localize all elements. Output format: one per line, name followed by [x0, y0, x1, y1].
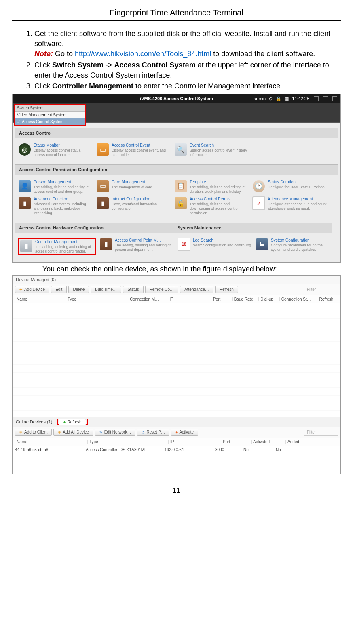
- online-empty-space: [13, 454, 340, 474]
- tile-advanced[interactable]: ▮Advanced FunctionAdvanced Parameters, i…: [18, 197, 93, 215]
- delete-button[interactable]: Delete: [68, 286, 89, 293]
- bulk-time-button[interactable]: Bulk Time…: [91, 286, 121, 293]
- download-link[interactable]: http://www.hikvision.com/en/Tools_84.htm…: [75, 50, 211, 58]
- s2d: Access Control System: [114, 61, 196, 69]
- col-cstat[interactable]: Connection St…: [279, 297, 317, 301]
- s2a: Click: [34, 61, 52, 69]
- monitor-icon: ◎: [19, 143, 31, 156]
- tile-title: Person Management: [34, 180, 93, 184]
- tile-system-config[interactable]: 🖥System ConfigurationConfigure parameter…: [256, 238, 330, 255]
- reset-button[interactable]: Reset P…: [137, 429, 169, 436]
- online-refresh-button[interactable]: Refresh: [59, 419, 86, 425]
- tile-title: Template: [190, 180, 249, 184]
- col-ip[interactable]: IP: [168, 297, 211, 301]
- note-label: Note:: [34, 50, 53, 58]
- device-table-empty: [13, 303, 340, 417]
- online-columns: Name Type IP Port Activated Added: [13, 438, 340, 446]
- add-to-client-button[interactable]: Add to Client: [15, 429, 52, 436]
- step-1-text: Get the client software from the supplie…: [34, 29, 330, 48]
- tile-title: System Configuration: [271, 238, 330, 242]
- section-system-maintenance: System Maintenance: [173, 223, 332, 233]
- col2-name[interactable]: Name: [15, 440, 87, 444]
- tile-log-search[interactable]: 18Log SearchSearch configuration and con…: [178, 238, 252, 255]
- dropdown-access-control[interactable]: ✓Access Control System: [15, 118, 85, 125]
- col-name[interactable]: Name: [15, 297, 66, 301]
- device-managed-title: Device Managed (0): [13, 276, 340, 284]
- s2c: ->: [104, 61, 114, 69]
- device-toolbar: Add Device Edit Delete Bulk Time… Status…: [13, 284, 340, 295]
- col2-ip[interactable]: IP: [168, 440, 221, 444]
- tile-status-monitor[interactable]: ◎Status MonitorDisplay access control st…: [18, 143, 93, 157]
- add-device-button[interactable]: Add Device: [15, 286, 49, 293]
- tile-desc: Search configuration and control log.: [193, 243, 252, 248]
- grid-icon[interactable]: ▦: [285, 96, 289, 101]
- col-conn[interactable]: Connection M…: [128, 297, 167, 301]
- attendance-button[interactable]: Attendance…: [180, 286, 213, 293]
- online-device-row[interactable]: 44-19-b6-c5-cb-a6 Access Controller_DS-K…: [13, 446, 340, 454]
- add-all-device-button[interactable]: Add All Device: [53, 429, 93, 436]
- dropdown-video-mgmt[interactable]: Video Management System: [15, 112, 85, 118]
- s3b: Controller Management: [52, 82, 133, 90]
- tile-interact[interactable]: ▮Interact ConfigurationCase, event/card …: [96, 197, 171, 215]
- activate-button[interactable]: Activate: [171, 429, 198, 436]
- tile-desc: Configure parameters for normal system a…: [271, 243, 330, 252]
- tile-controller-mgmt[interactable]: ▮Controller ManagementThe adding, deleti…: [18, 238, 96, 255]
- tile-title: Event Search: [190, 143, 249, 147]
- section-permission-config: Access Control Permission Configuration: [15, 164, 338, 175]
- tile-title: Access Control Point M…: [115, 238, 174, 242]
- filter-input[interactable]: Filter: [304, 286, 338, 293]
- globe-icon[interactable]: ⊕: [269, 96, 273, 101]
- tile-desc: Case, event/card interaction configurati…: [112, 202, 171, 211]
- tile-ac-point[interactable]: ▮Access Control Point M…The adding, dele…: [99, 238, 174, 255]
- remote-button[interactable]: Remote Co…: [145, 286, 179, 293]
- switch-system-label[interactable]: Switch System: [15, 105, 85, 112]
- tile-title: Advanced Function: [34, 197, 93, 201]
- online-devices-bar: Online Devices (1) Refresh: [13, 417, 340, 427]
- tile-template[interactable]: 📋TemplateThe adding, deleting and editin…: [174, 180, 249, 194]
- tile-desc: Advanced Parameters, including anti-pass…: [34, 202, 93, 215]
- online-toolbar: Add to Client Add All Device Edit Networ…: [13, 427, 340, 438]
- online-devices-label: Online Devices (1): [16, 419, 52, 424]
- folder-icon: ▭: [97, 143, 109, 156]
- col2-port[interactable]: Port: [221, 440, 251, 444]
- tile-status-duration[interactable]: 🕑Status DurationConfigure the Door State…: [252, 180, 327, 194]
- row-ip: 192.0.0.64: [165, 448, 215, 452]
- tile-desc: The adding, deleting and editing of pers…: [115, 243, 174, 252]
- section-access-control: Access Control: [15, 128, 338, 138]
- edit-button[interactable]: Edit: [51, 286, 67, 293]
- minimize-icon[interactable]: [314, 96, 319, 101]
- tile-ac-permission[interactable]: 🔒Access Control Permis…The adding, delet…: [174, 197, 249, 215]
- step-2: Click Switch System -> Access Control Sy…: [34, 60, 341, 80]
- status-button[interactable]: Status: [123, 286, 143, 293]
- step-1: Get the client software from the supplie…: [34, 29, 341, 59]
- tile-person-mgmt[interactable]: 👤Person ManagementThe adding, deleting a…: [18, 180, 93, 194]
- dd2-label: Access Control System: [22, 120, 63, 124]
- tile-title: Access Control Event: [112, 143, 171, 147]
- col-dial[interactable]: Dial-up: [258, 297, 279, 301]
- col-baud[interactable]: Baud Rate: [232, 297, 259, 301]
- tile-card-mgmt[interactable]: ▭Card ManagementThe management of card.: [96, 180, 171, 194]
- refresh-button[interactable]: Refresh: [215, 286, 238, 293]
- close-icon[interactable]: [332, 96, 337, 101]
- maximize-icon[interactable]: [323, 96, 328, 101]
- online-filter-input[interactable]: Filter: [304, 429, 338, 436]
- col2-type[interactable]: Type: [87, 440, 168, 444]
- col2-added[interactable]: Added: [285, 440, 320, 444]
- edit-network-button[interactable]: Edit Network…: [95, 429, 136, 436]
- switch-system-dropdown[interactable]: Switch System Video Management System ✓A…: [14, 104, 86, 126]
- tile-attendance[interactable]: ✓Attendance ManagementConfigure attendan…: [252, 197, 327, 215]
- screenshot-access-control: iVMS-4200 Access Control System admin ⊕ …: [12, 94, 341, 263]
- row-port: 8000: [215, 448, 243, 452]
- tile-title: Status Duration: [268, 180, 327, 184]
- tile-title: Interact Configuration: [112, 197, 171, 201]
- tile-desc: The management of card.: [112, 185, 171, 189]
- col-type[interactable]: Type: [66, 297, 128, 301]
- col-port[interactable]: Port: [211, 297, 232, 301]
- col2-activated[interactable]: Activated: [251, 440, 285, 444]
- tile-title: Attendance Management: [268, 197, 327, 201]
- col-refresh[interactable]: Refresh: [317, 297, 338, 301]
- app-title: iVMS-4200 Access Control System: [140, 96, 213, 101]
- tile-event-search[interactable]: 🔍Event SearchSearch access control event…: [174, 143, 249, 157]
- lock-icon[interactable]: 🔒: [276, 96, 281, 101]
- tile-ac-event[interactable]: ▭Access Control EventDisplay access cont…: [96, 143, 171, 157]
